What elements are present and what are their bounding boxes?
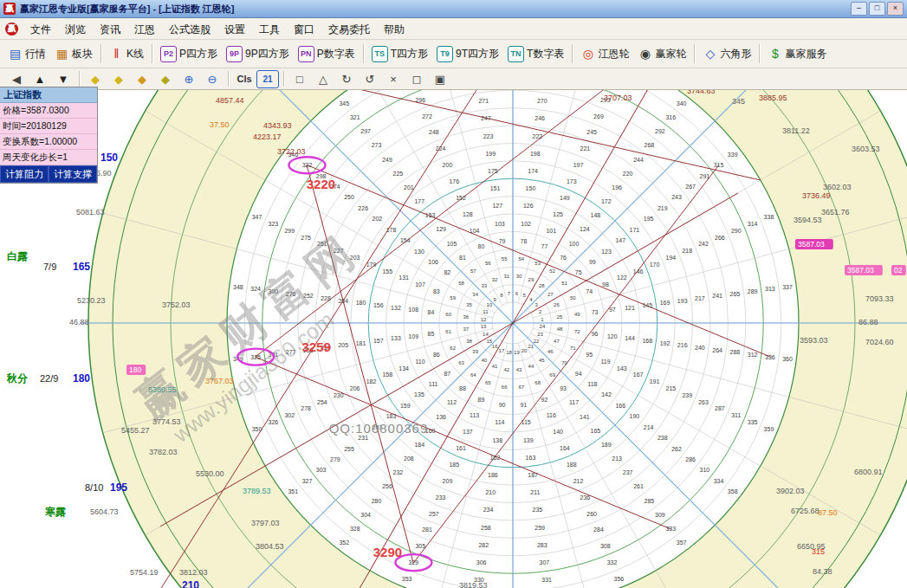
wheel-number: 269 [593,113,604,120]
zoom-in-icon[interactable]: ⊕ [178,70,200,88]
menu-window[interactable]: 窗口 [287,21,321,38]
wheel-number: 262 [671,446,682,452]
menu-gann[interactable]: 江恩 [127,21,162,38]
wheel-number: 95 [586,352,593,358]
wheel-number: 323 [269,221,279,227]
wheel-number: 24 [540,324,546,329]
app-logo-icon: 赢 [3,3,16,15]
wheel-number: 136 [436,414,446,420]
wheel-number: 312 [748,352,758,358]
cls-icon[interactable]: Cls [233,70,256,88]
toolbar-p-table-button[interactable]: PNP数字表 [294,44,360,64]
toolbar-t-square-button[interactable]: TST四方形 [367,44,432,64]
wheel-number: 152 [456,195,466,201]
calendar-21-icon[interactable]: 21 [256,70,279,88]
menu-trade[interactable]: 交易委托 [321,21,377,38]
menu-help[interactable]: 帮助 [377,21,411,38]
wheel-number: 328 [350,526,360,532]
wheel-number: 112 [447,399,457,405]
toolbar-9t-square-button[interactable]: T99T四方形 [432,44,503,64]
zoom-out-icon[interactable]: ⊖ [201,70,224,88]
toolbar-t-table-button[interactable]: TNT数字表 [503,44,568,64]
diamond-orange-icon[interactable]: ◆ [131,70,153,88]
wheel-number: 258 [481,525,491,531]
pointer-down-icon[interactable]: ▼ [52,70,75,88]
menu-browse[interactable]: 浏览 [58,21,93,38]
price-label: 7093.33 [865,294,894,303]
toolbar-winner-wheel-button[interactable]: ◉赢家轮 [633,45,690,63]
wheel-number: 306 [476,559,487,565]
rotate-ccw-tool-icon[interactable]: ↺ [359,70,381,88]
wheel-number: 91 [521,402,528,408]
menu-news[interactable]: 资讯 [93,21,127,38]
wheel-number: 307 [540,559,550,565]
diamond-yellow-1-icon[interactable]: ◆ [84,70,107,88]
pointer-up-icon[interactable]: ▲ [29,70,51,88]
wheel-number: 290 [731,228,742,234]
wheel-number: 33 [481,283,487,288]
triangle-tool-icon[interactable]: △ [312,70,334,88]
toolbar-gann-wheel-button[interactable]: ◎江恩轮 [576,45,633,63]
wheel-number: 25 [557,314,563,320]
cross-tool-icon[interactable]: × [382,70,405,88]
toolbar-9p-square-button[interactable]: 9P9P四方形 [222,44,294,64]
toolbar-kline-button[interactable]: ‖K线 [105,45,148,63]
wheel-number: 215 [666,385,677,391]
maximize-button[interactable]: □ [869,2,885,16]
wheel-number: 254 [317,399,327,405]
drawing-toolbar: ◀▲▼◆◆◆◆⊕⊖Cls21□△↻↺×◻▣ [0,68,907,90]
price-label: 4223.17 [253,132,282,141]
wheel-number: 168 [642,338,652,344]
wheel-number: 263 [698,399,709,405]
wheel-number: 278 [301,405,311,411]
wheel-number: 302 [284,412,295,418]
wheel-number: 245 [586,129,597,135]
wheel-number: 200 [443,162,453,168]
wheel-number: 97 [609,307,616,313]
toolbar-quotes-button[interactable]: ▤行情 [3,45,50,63]
wheel-number: 40 [481,358,487,363]
wheel-number: 129 [436,226,446,232]
price-label: 3811.22 [782,126,810,135]
back-icon[interactable]: ◀ [5,70,28,88]
toolbar-p-square-button[interactable]: P2P四方形 [156,44,222,64]
menu-formula-stock-pick[interactable]: 公式选股 [162,21,217,38]
wheel-number: 150 [526,185,536,191]
calc-support-button[interactable]: 计算支撑 [49,165,97,183]
menu-file[interactable]: 文件 [23,21,58,38]
price-label: 345 [732,97,745,106]
wheel-number: 223 [483,133,494,139]
winner-wheel-icon: ◉ [638,47,652,61]
wheel-number: 266 [715,235,725,241]
t-square-icon: TS [372,46,388,62]
diamond-yellow-2-icon[interactable]: ◆ [107,70,130,88]
wheel-number: 113 [470,412,479,418]
price-label: 3594.53 [794,216,822,224]
expand-tool-icon[interactable]: ◻ [405,70,428,88]
rotate-cw-tool-icon[interactable]: ↻ [335,70,358,88]
wheel-number: 321 [350,114,360,120]
menu-tools[interactable]: 工具 [252,21,287,38]
menu-settings[interactable]: 设置 [217,21,252,38]
wheel-number: 221 [580,145,591,152]
wheel-number: 287 [715,405,725,411]
toolbar-hexagon-button[interactable]: ◇六角形 [698,45,755,63]
calc-resistance-button[interactable]: 计算阻力 [0,165,49,183]
screen-tool-icon[interactable]: ▣ [429,70,451,88]
wheel-number: 13 [481,324,487,329]
rect-tool-icon[interactable]: □ [288,70,311,88]
toolbar-winner-service-button[interactable]: $赢家服务 [763,45,831,63]
wheel-number: 198 [530,151,541,157]
wheel-number: 189 [601,442,612,448]
minimize-button[interactable]: – [851,2,867,16]
toolbar-separator [572,44,573,63]
diamond-olive-icon[interactable]: ◆ [154,70,177,88]
wheel-number: 69 [549,372,555,378]
wheel-number: 212 [573,478,584,484]
wheel-number: 353 [402,576,412,582]
wheel-number: 282 [478,542,489,548]
wheel-number: 31 [504,274,510,279]
toolbar-sectors-button[interactable]: ▦板块 [50,45,97,63]
close-button[interactable]: × [887,2,904,16]
wheel-number: 232 [393,469,404,475]
